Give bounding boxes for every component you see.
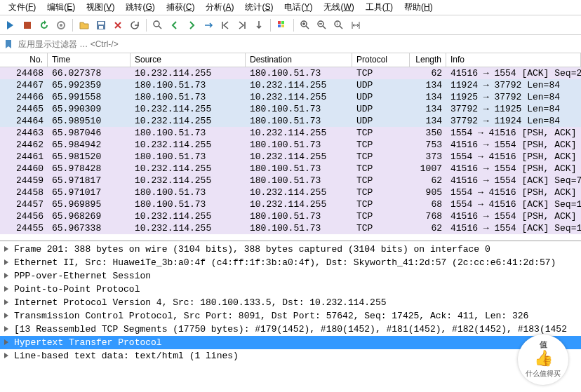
expand-icon[interactable] [3, 339, 11, 347]
go-last-icon[interactable] [234, 18, 250, 33]
menu-s[interactable]: 统计(S) [239, 0, 279, 15]
detail-text: Point-to-Point Protocol [14, 283, 140, 296]
menu-e[interactable]: 编辑(E) [41, 0, 81, 15]
bookmark-filter-icon[interactable] [3, 39, 14, 50]
go-back-icon[interactable] [167, 18, 182, 33]
col-header-time[interactable]: Time [48, 53, 131, 67]
col-header-protocol[interactable]: Protocol [352, 53, 410, 67]
expand-icon[interactable] [3, 259, 11, 267]
main-toolbar: 1 [0, 15, 581, 35]
menu-w[interactable]: 无线(W) [318, 0, 359, 15]
menu-a[interactable]: 分析(A) [200, 0, 239, 15]
packet-row[interactable]: 2446565.99030910.232.114.255180.100.51.7… [0, 103, 581, 115]
detail-text: Ethernet II, Src: HuaweiTe_3b:a0:4f (c4:… [14, 256, 556, 269]
capture-options-icon[interactable] [53, 18, 69, 33]
col-header-source[interactable]: Source [131, 53, 246, 67]
restart-capture-icon[interactable] [36, 18, 52, 33]
detail-text: Transmission Control Protocol, Src Port:… [14, 309, 528, 323]
col-header-info[interactable]: Info [446, 53, 581, 67]
detail-tree-item[interactable]: Point-to-Point Protocol [0, 283, 581, 296]
separator [72, 19, 73, 32]
packet-row[interactable]: 2446265.98494210.232.114.255180.100.51.7… [0, 139, 581, 151]
svg-point-6 [154, 21, 159, 27]
packet-row[interactable]: 2445665.96826910.232.114.255180.100.51.7… [0, 210, 581, 222]
col-header-dest[interactable]: Destination [246, 53, 352, 67]
detail-text: PPP-over-Ethernet Session [14, 269, 151, 283]
start-capture-icon[interactable] [3, 18, 18, 33]
svg-rect-0 [24, 22, 31, 29]
resize-columns-icon[interactable] [348, 18, 363, 33]
packet-list-pane: No. Time Source Destination Protocol Len… [0, 53, 581, 241]
save-file-icon[interactable] [93, 18, 109, 33]
packet-row[interactable]: 2446065.97842810.232.114.255180.100.51.7… [0, 163, 581, 175]
display-filter-input[interactable] [17, 38, 578, 50]
svg-text:1: 1 [336, 22, 339, 26]
packet-row[interactable]: 2446365.987046180.100.51.7310.232.114.25… [0, 127, 581, 139]
svg-rect-5 [99, 26, 103, 29]
packet-row[interactable]: 2445565.96733810.232.114.255180.100.51.7… [0, 222, 581, 234]
zoom-out-icon[interactable] [314, 18, 330, 33]
svg-rect-8 [281, 21, 284, 24]
zoom-in-icon[interactable] [298, 18, 313, 33]
find-packet-icon[interactable] [150, 18, 166, 33]
colorize-icon[interactable] [274, 18, 290, 33]
menu-g[interactable]: 跳转(G) [120, 0, 160, 15]
detail-tree-item[interactable]: Internet Protocol Version 4, Src: 180.10… [0, 296, 581, 309]
detail-tree-item[interactable]: Line-based text data: text/html (1 lines… [0, 349, 581, 363]
menu-t[interactable]: 工具(T) [360, 0, 399, 15]
go-to-packet-icon[interactable] [201, 18, 216, 33]
thumbs-up-icon: 👍 [534, 352, 553, 367]
packet-row[interactable]: 2446465.98951010.232.114.255180.100.51.7… [0, 115, 581, 127]
detail-tree-item[interactable]: Transmission Control Protocol, Src Port:… [0, 309, 581, 323]
detail-tree-item[interactable]: Ethernet II, Src: HuaweiTe_3b:a0:4f (c4:… [0, 256, 581, 269]
expand-icon[interactable] [3, 245, 11, 254]
menu-bar: 文件(F)编辑(E)视图(V)跳转(G)捕获(C)分析(A)统计(S)电话(Y)… [0, 0, 581, 15]
svg-rect-4 [98, 22, 104, 25]
menu-v[interactable]: 视图(V) [81, 0, 120, 15]
packet-list-header[interactable]: No. Time Source Destination Protocol Len… [0, 53, 581, 67]
packet-row[interactable]: 2445765.969895180.100.51.7310.232.114.25… [0, 198, 581, 210]
packet-row[interactable]: 2446165.981520180.100.51.7310.232.114.25… [0, 151, 581, 163]
go-first-icon[interactable] [218, 18, 233, 33]
menu-f[interactable]: 文件(F) [3, 0, 41, 15]
detail-tree-item[interactable]: Frame 201: 388 bytes on wire (3104 bits)… [0, 243, 581, 256]
menu-c[interactable]: 捕获(C) [161, 0, 201, 15]
separator [270, 19, 271, 32]
separator [146, 19, 147, 32]
packet-row[interactable]: 2446665.991558180.100.51.7310.232.114.25… [0, 91, 581, 103]
zoom-reset-icon[interactable]: 1 [331, 18, 347, 33]
watermark-badge: 值 👍 什么值得买 [518, 334, 568, 385]
detail-text: [13 Reassembled TCP Segments (17750 byte… [14, 323, 567, 336]
packet-row[interactable]: 2445865.971017180.100.51.7310.232.114.25… [0, 187, 581, 198]
auto-scroll-icon[interactable] [251, 18, 267, 33]
menu-h[interactable]: 帮助(H) [399, 0, 439, 15]
detail-tree-item[interactable]: [13 Reassembled TCP Segments (17750 byte… [0, 323, 581, 336]
expand-icon[interactable] [3, 352, 11, 360]
packet-row[interactable]: 2446866.02737810.232.114.255180.100.51.7… [0, 67, 581, 79]
expand-icon[interactable] [3, 299, 11, 307]
menu-y[interactable]: 电话(Y) [279, 0, 318, 15]
svg-rect-10 [281, 25, 284, 27]
packet-details-pane[interactable]: Frame 201: 388 bytes on wire (3104 bits)… [0, 241, 581, 392]
reload-file-icon[interactable] [127, 18, 142, 33]
display-filter-bar [0, 35, 581, 53]
expand-icon[interactable] [3, 325, 11, 334]
detail-text: Line-based text data: text/html (1 lines… [14, 349, 239, 363]
expand-icon[interactable] [3, 312, 11, 320]
detail-text: Internet Protocol Version 4, Src: 180.10… [14, 296, 387, 309]
go-forward-icon[interactable] [184, 18, 199, 33]
detail-text: Hypertext Transfer Protocol [14, 336, 162, 349]
packet-row[interactable]: 2446765.992359180.100.51.7310.232.114.25… [0, 79, 581, 91]
col-header-no[interactable]: No. [0, 53, 48, 67]
expand-icon[interactable] [3, 272, 11, 281]
packet-list-body[interactable]: 2446866.02737810.232.114.255180.100.51.7… [0, 67, 581, 234]
col-header-length[interactable]: Length [410, 53, 446, 67]
expand-icon[interactable] [3, 285, 11, 294]
svg-rect-7 [278, 21, 281, 24]
detail-tree-item[interactable]: Hypertext Transfer Protocol [0, 336, 581, 349]
packet-row[interactable]: 2445965.97181710.232.114.255180.100.51.7… [0, 175, 581, 187]
stop-capture-icon[interactable] [20, 18, 35, 33]
close-file-icon[interactable] [110, 18, 126, 33]
open-file-icon[interactable] [76, 18, 92, 33]
detail-tree-item[interactable]: PPP-over-Ethernet Session [0, 269, 581, 283]
